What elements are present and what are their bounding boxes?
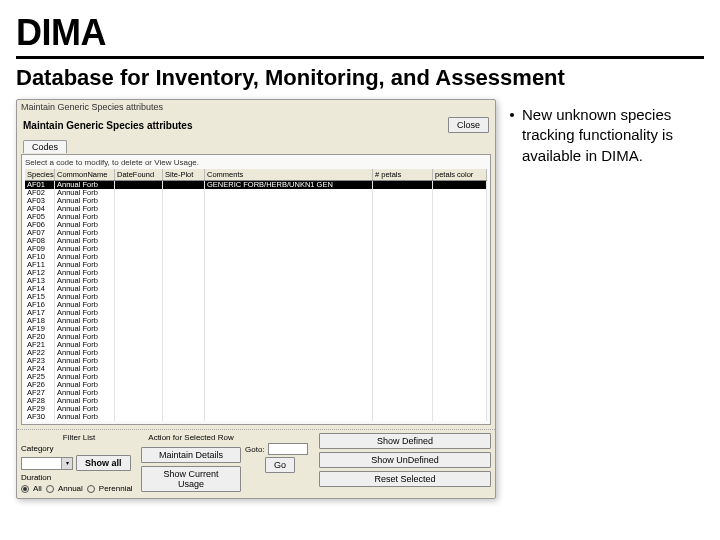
title-divider: [16, 56, 704, 59]
table-row[interactable]: AF28Annual Forb: [25, 397, 487, 405]
close-button[interactable]: Close: [448, 117, 489, 133]
table-row[interactable]: AF06Annual Forb: [25, 221, 487, 229]
table-row[interactable]: AF09Annual Forb: [25, 245, 487, 253]
category-combo[interactable]: ▾: [21, 457, 73, 470]
col-petalscolor[interactable]: petals color: [433, 169, 487, 180]
table-row[interactable]: AF12Annual Forb: [25, 269, 487, 277]
app-window: Maintain Generic Species attributes Main…: [16, 99, 496, 499]
bullet-area: New unknown species tracking functionali…: [510, 99, 704, 499]
table-row[interactable]: AF03Annual Forb: [25, 197, 487, 205]
grid-body[interactable]: AF01Annual ForbGENERIC FORB/HERB/UNKN1 G…: [25, 181, 487, 421]
table-row[interactable]: AF21Annual Forb: [25, 341, 487, 349]
radio-all-label: All: [33, 484, 42, 493]
col-datefound[interactable]: DateFound: [115, 169, 163, 180]
goto-input[interactable]: [268, 443, 308, 455]
col-species[interactable]: Species: [25, 169, 55, 180]
table-row[interactable]: AF08Annual Forb: [25, 237, 487, 245]
table-row[interactable]: AF25Annual Forb: [25, 373, 487, 381]
action-title: Action for Selected Row: [141, 433, 241, 442]
table-row[interactable]: AF04Annual Forb: [25, 205, 487, 213]
goto-label: Goto:: [245, 445, 265, 454]
table-row[interactable]: AF16Annual Forb: [25, 301, 487, 309]
bullet-icon: [510, 113, 514, 117]
slide-title: DIMA: [16, 12, 704, 54]
show-all-button[interactable]: Show all: [76, 455, 131, 471]
table-row[interactable]: AF05Annual Forb: [25, 213, 487, 221]
grid-header: Species CommonName DateFound Site-Plot C…: [25, 169, 487, 181]
category-label: Category: [21, 444, 53, 453]
chevron-down-icon: ▾: [61, 458, 72, 469]
radio-all[interactable]: [21, 485, 29, 493]
table-row[interactable]: AF22Annual Forb: [25, 349, 487, 357]
table-row[interactable]: AF11Annual Forb: [25, 261, 487, 269]
table-row[interactable]: AF27Annual Forb: [25, 389, 487, 397]
table-row[interactable]: AF02Annual Forb: [25, 189, 487, 197]
table-row[interactable]: AF14Annual Forb: [25, 285, 487, 293]
table-row[interactable]: AF10Annual Forb: [25, 253, 487, 261]
show-defined-button[interactable]: Show Defined: [319, 433, 491, 449]
radio-annual[interactable]: [46, 485, 54, 493]
table-row[interactable]: AF01Annual ForbGENERIC FORB/HERB/UNKN1 G…: [25, 181, 487, 189]
radio-perennial[interactable]: [87, 485, 95, 493]
table-row[interactable]: AF24Annual Forb: [25, 365, 487, 373]
slide-subtitle: Database for Inventory, Monitoring, and …: [16, 65, 704, 91]
col-siteplot[interactable]: Site-Plot: [163, 169, 205, 180]
table-row[interactable]: AF29Annual Forb: [25, 405, 487, 413]
col-commonname[interactable]: CommonName: [55, 169, 115, 180]
bullet-text: New unknown species tracking functionali…: [522, 105, 704, 166]
table-row[interactable]: AF23Annual Forb: [25, 357, 487, 365]
show-usage-button[interactable]: Show Current Usage: [141, 466, 241, 492]
col-comments[interactable]: Comments: [205, 169, 373, 180]
table-row[interactable]: AF15Annual Forb: [25, 293, 487, 301]
tab-codes[interactable]: Codes: [23, 140, 67, 153]
table-row[interactable]: AF30Annual Forb: [25, 413, 487, 421]
table-row[interactable]: AF13Annual Forb: [25, 277, 487, 285]
table-row[interactable]: AF19Annual Forb: [25, 325, 487, 333]
go-button[interactable]: Go: [265, 457, 295, 473]
reset-selected-button[interactable]: Reset Selected: [319, 471, 491, 487]
radio-annual-label: Annual: [58, 484, 83, 493]
col-petals[interactable]: # petals: [373, 169, 433, 180]
table-row[interactable]: AF07Annual Forb: [25, 229, 487, 237]
table-row[interactable]: AF20Annual Forb: [25, 333, 487, 341]
table-row[interactable]: AF26Annual Forb: [25, 381, 487, 389]
table-row[interactable]: AF18Annual Forb: [25, 317, 487, 325]
show-undefined-button[interactable]: Show UnDefined: [319, 452, 491, 468]
radio-perennial-label: Perennial: [99, 484, 133, 493]
form-heading: Maintain Generic Species attributes: [23, 120, 442, 131]
duration-label: Duration: [21, 473, 51, 482]
table-row[interactable]: AF17Annual Forb: [25, 309, 487, 317]
maintain-details-button[interactable]: Maintain Details: [141, 447, 241, 463]
window-titlebar: Maintain Generic Species attributes: [17, 100, 495, 114]
instruction-text: Select a code to modify, to delete or Vi…: [25, 158, 487, 167]
filter-title: Filter List: [21, 433, 137, 442]
